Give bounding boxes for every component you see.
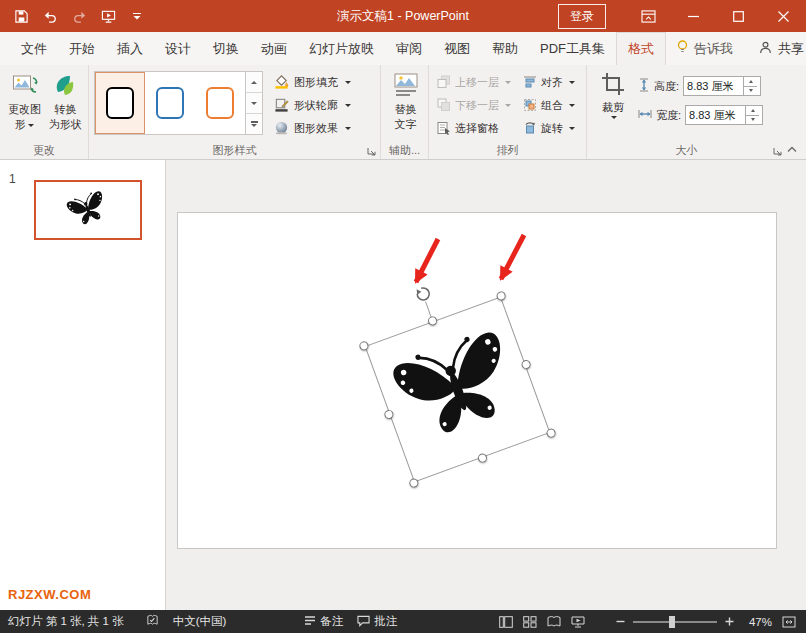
group-graphic-styles: 图形填充 形状轮廓 图形效果 图形样式	[88, 65, 380, 159]
shape-style-preview-3[interactable]	[195, 72, 245, 134]
crop-icon	[601, 72, 625, 99]
tab-help[interactable]: 帮助	[481, 32, 529, 65]
height-row: 高度:	[638, 76, 763, 96]
zoom-slider[interactable]	[633, 621, 717, 623]
gallery-scroll	[245, 72, 262, 134]
tab-home[interactable]: 开始	[58, 32, 106, 65]
shape-outline-button[interactable]: 形状轮廓	[271, 96, 354, 115]
close-button[interactable]	[761, 0, 806, 32]
save-icon[interactable]	[13, 8, 29, 24]
group-icon	[523, 98, 537, 114]
slide-thumbnail[interactable]	[34, 180, 142, 240]
spinner-up-icon[interactable]	[744, 77, 757, 86]
group-change: 更改图 形 转换 为形状 更改	[0, 65, 88, 159]
convert-to-shape-button[interactable]: 转换 为形状	[46, 69, 85, 132]
tab-pdf-tools[interactable]: PDF工具集	[529, 32, 616, 65]
dropdown-caret-icon	[611, 116, 617, 119]
tab-design[interactable]: 设计	[154, 32, 202, 65]
spinner-down-icon[interactable]	[744, 86, 757, 96]
dialog-launcher-icon[interactable]	[365, 145, 377, 157]
slideshow-view-icon[interactable]	[566, 610, 590, 633]
graphic-fill-button[interactable]: 图形填充	[271, 73, 354, 92]
gallery-down-icon[interactable]	[246, 92, 262, 113]
alt-text-icon	[393, 72, 419, 101]
selection-pane-icon	[437, 121, 451, 137]
effects-icon	[274, 120, 289, 137]
group-label-change: 更改	[0, 143, 88, 158]
dropdown-caret-icon	[28, 124, 34, 127]
qat-customize-icon[interactable]	[129, 8, 145, 24]
minimize-button[interactable]	[671, 0, 716, 32]
status-bar: 幻灯片 第 1 张, 共 1 张 中文(中国) 备注 批注	[0, 610, 806, 633]
shape-style-preview-1[interactable]	[95, 72, 145, 134]
arrange-right-column: 对齐 组合 旋转	[520, 72, 578, 139]
zoom-out-icon[interactable]	[616, 616, 625, 628]
width-input[interactable]	[686, 106, 745, 124]
width-icon	[638, 108, 652, 122]
gallery-more-icon[interactable]	[246, 113, 262, 134]
tab-animations[interactable]: 动画	[250, 32, 298, 65]
tab-slideshow[interactable]: 幻灯片放映	[298, 32, 385, 65]
notes-icon	[304, 615, 316, 628]
comments-button[interactable]: 批注	[357, 614, 397, 629]
undo-icon[interactable]	[42, 8, 58, 24]
group-accessibility: 替换 文字 辅助...	[380, 65, 428, 159]
zoom-percentage[interactable]: 47%	[740, 616, 772, 628]
change-graphic-button[interactable]: 更改图 形	[5, 69, 44, 132]
slide-number: 1	[9, 172, 16, 186]
outline-icon	[274, 97, 289, 114]
tell-me-box[interactable]: 告诉我	[666, 32, 743, 65]
ribbon: 更改图 形 转换 为形状 更改	[0, 65, 806, 160]
reading-view-icon[interactable]	[542, 610, 566, 633]
notes-button[interactable]: 备注	[304, 614, 343, 629]
group-label-size: 大小	[587, 143, 786, 158]
bring-forward-icon	[437, 75, 451, 91]
tab-insert[interactable]: 插入	[106, 32, 154, 65]
watermark-text: RJZXW.COM	[8, 587, 91, 602]
rotate-button[interactable]: 旋转	[520, 118, 578, 139]
dropdown-caret-icon	[569, 104, 575, 107]
slide-counter: 幻灯片 第 1 张, 共 1 张	[8, 614, 124, 629]
bring-forward-button: 上移一层	[434, 72, 514, 93]
tab-view[interactable]: 视图	[433, 32, 481, 65]
tab-file[interactable]: 文件	[10, 32, 58, 65]
spinner-down-icon[interactable]	[746, 115, 759, 125]
maximize-button[interactable]	[716, 0, 761, 32]
share-button[interactable]: 共享	[743, 32, 806, 65]
start-slideshow-icon[interactable]	[100, 8, 116, 24]
shape-style-preview-2[interactable]	[145, 72, 195, 134]
collapse-ribbon-icon[interactable]	[785, 143, 799, 155]
shape-styles-gallery	[94, 71, 263, 135]
selection-pane-button[interactable]: 选择窗格	[434, 118, 514, 139]
width-label: 宽度:	[656, 108, 681, 123]
style-swatch-blue	[156, 87, 184, 119]
change-graphic-icon	[12, 72, 38, 101]
tab-format[interactable]: 格式	[616, 32, 666, 65]
tab-transitions[interactable]: 切换	[202, 32, 250, 65]
height-input[interactable]	[684, 77, 743, 95]
normal-view-icon[interactable]	[494, 610, 518, 633]
group-label-graphic-styles: 图形样式	[89, 143, 380, 158]
statusbar-right: 47%	[494, 610, 798, 633]
dialog-launcher-icon[interactable]	[771, 145, 783, 157]
alt-text-button[interactable]: 替换 文字	[386, 69, 425, 132]
butterfly-thumbnail-image	[62, 185, 114, 235]
spinner-up-icon[interactable]	[746, 106, 759, 115]
fit-window-icon[interactable]	[782, 616, 796, 628]
ribbon-display-options-button[interactable]	[626, 0, 671, 32]
zoom-slider-thumb[interactable]	[669, 616, 675, 628]
gallery-up-icon[interactable]	[246, 72, 262, 92]
tab-review[interactable]: 审阅	[385, 32, 433, 65]
group-objects-button[interactable]: 组合	[520, 95, 578, 116]
zoom-in-icon[interactable]	[725, 616, 734, 628]
dropdown-caret-icon	[345, 104, 351, 107]
language-status[interactable]: 中文(中国)	[173, 614, 227, 629]
crop-button[interactable]: 裁剪	[592, 69, 634, 119]
graphic-effects-button[interactable]: 图形效果	[271, 119, 354, 138]
slide-sorter-icon[interactable]	[518, 610, 542, 633]
width-spinbox	[685, 105, 763, 125]
align-button[interactable]: 对齐	[520, 72, 578, 93]
login-button[interactable]: 登录	[558, 4, 606, 29]
send-backward-button: 下移一层	[434, 95, 514, 116]
proofing-status[interactable]	[146, 614, 159, 629]
